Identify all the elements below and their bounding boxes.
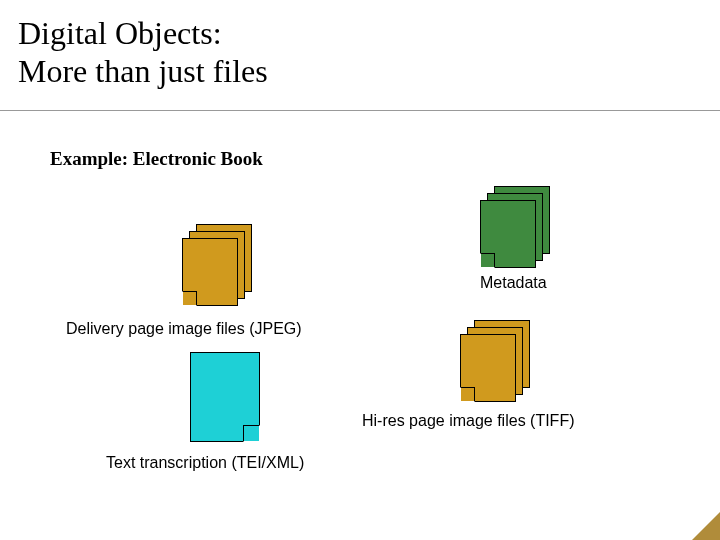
delivery-caption: Delivery page image files (JPEG) [66, 320, 302, 338]
slide-title-line1: Digital Objects: [18, 14, 702, 52]
divider [0, 110, 720, 111]
example-heading: Example: Electronic Book [50, 148, 263, 170]
slide-container: Digital Objects: More than just files Ex… [0, 0, 720, 540]
corner-accent-icon [692, 512, 720, 540]
transcription-file-icon [190, 352, 260, 442]
metadata-caption: Metadata [480, 274, 547, 292]
title-block: Digital Objects: More than just files [0, 0, 720, 101]
transcription-caption: Text transcription (TEI/XML) [106, 454, 304, 472]
slide-title-line2: More than just files [18, 52, 702, 90]
hires-caption: Hi-res page image files (TIFF) [362, 412, 575, 430]
